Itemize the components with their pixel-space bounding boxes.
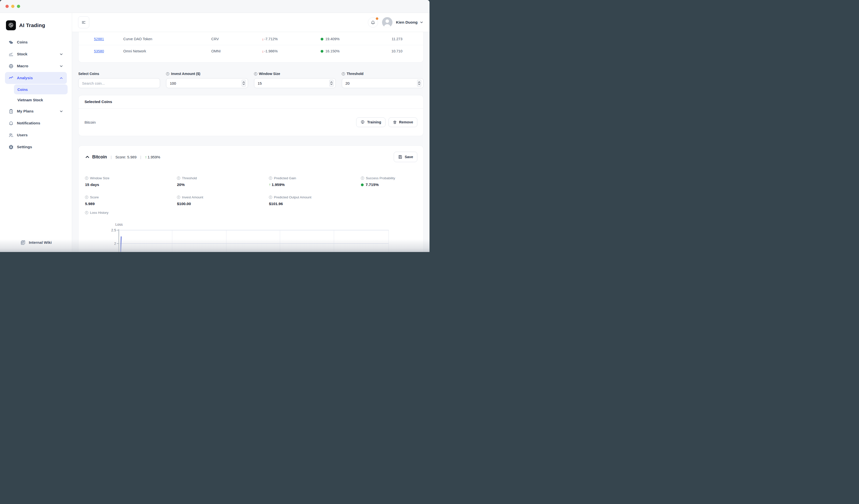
- sidebar-item-label: Macro: [17, 64, 28, 68]
- brain-icon: [360, 120, 365, 124]
- invest-amount-input[interactable]: [166, 78, 248, 88]
- y-tick-label: 2: [108, 241, 116, 246]
- coin-id-link[interactable]: 53580: [94, 49, 104, 53]
- sidebar-subitem-vietnam-stock[interactable]: Vietnam Stock: [14, 95, 67, 105]
- stat-success-probability: Success Probability 7.715%: [361, 176, 430, 187]
- coin-symbol-cell: CRV: [211, 37, 262, 41]
- sidebar-item-label: Coins: [17, 40, 28, 45]
- brand: AI Trading: [0, 20, 72, 31]
- coin-probability-cell: 16.150%: [321, 49, 390, 53]
- remove-button[interactable]: Remove: [389, 117, 417, 127]
- loss-series-line: [120, 236, 122, 252]
- info-icon: [166, 72, 169, 76]
- chevron-down-icon: [59, 109, 63, 113]
- training-button[interactable]: Training: [356, 117, 385, 127]
- sidebar-item-notifications[interactable]: Notifications: [5, 117, 67, 129]
- window-size-label: Window Size: [254, 72, 336, 76]
- sidebar-item-settings[interactable]: Settings: [5, 141, 67, 153]
- wiki-pages-icon: [20, 240, 26, 245]
- sidebar-footer-label: Internal Wiki: [29, 240, 52, 245]
- unread-badge: [376, 17, 378, 20]
- info-icon: [85, 211, 88, 214]
- window-size-input[interactable]: [254, 78, 336, 88]
- number-stepper[interactable]: [242, 80, 246, 86]
- table-row[interactable]: 53580 Omni Network OMNI -1.986% 16.150% …: [78, 45, 423, 57]
- chevron-down-icon: [420, 20, 423, 24]
- sidebar-subitem-label: Vietnam Stock: [17, 98, 43, 102]
- trend-down-icon: [262, 37, 264, 41]
- brain-logo-icon: [6, 20, 16, 30]
- window-close-button[interactable]: [5, 5, 9, 8]
- macos-titlebar: [0, 0, 430, 13]
- green-dot-icon: [321, 38, 323, 41]
- window-minimize-button[interactable]: [11, 5, 14, 8]
- coin-value-cell: 11.273: [390, 37, 403, 41]
- table-row[interactable]: 52881 Curve DAO Token CRV -7.712% 19.409…: [78, 33, 423, 45]
- separator: [110, 155, 111, 159]
- loss-chart: Loss 2.5 2: [85, 218, 417, 252]
- sidebar-nav: Coins Stock: [0, 36, 72, 153]
- sidebar-item-users[interactable]: Users: [5, 129, 67, 141]
- sidebar: AI Trading Coins: [0, 13, 72, 252]
- clipboard-icon: [9, 109, 14, 114]
- gear-icon: [9, 144, 14, 150]
- coin-panel-gain: 1.959%: [145, 155, 160, 159]
- bell-icon: [371, 20, 375, 25]
- info-icon: [177, 196, 180, 199]
- coin-id-link[interactable]: 52881: [94, 37, 104, 41]
- trend-up-icon: [145, 155, 147, 159]
- chevron-down-icon: [59, 52, 63, 56]
- menu-toggle-button[interactable]: [78, 16, 89, 28]
- chevron-up-icon: [59, 76, 63, 80]
- sidebar-item-coins[interactable]: Coins: [5, 36, 67, 48]
- save-disk-icon: [398, 155, 403, 159]
- window-zoom-button[interactable]: [17, 5, 20, 8]
- stat-predicted-output: Predicted Output Amount $101.96: [269, 195, 361, 206]
- info-icon: [85, 176, 88, 180]
- trend-line-icon: [9, 76, 14, 81]
- gridline-v: [334, 230, 334, 252]
- sidebar-subitem-analysis-coins[interactable]: Coins: [14, 84, 67, 94]
- threshold-input[interactable]: [342, 78, 423, 88]
- green-dot-icon: [321, 50, 323, 53]
- bell-icon: [9, 121, 14, 126]
- threshold-label: Threshold: [342, 72, 423, 76]
- number-stepper[interactable]: [417, 80, 421, 86]
- users-icon: [9, 132, 14, 138]
- trend-up-icon: [269, 183, 271, 187]
- number-stepper[interactable]: [329, 80, 334, 86]
- user-menu[interactable]: Kien Duong: [396, 20, 423, 25]
- save-button[interactable]: Save: [394, 152, 417, 162]
- avatar[interactable]: [382, 17, 392, 28]
- notifications-button[interactable]: [368, 17, 378, 28]
- sidebar-item-label: Analysis: [17, 76, 33, 80]
- search-coin-input[interactable]: [78, 78, 160, 88]
- stat-window-size: Window Size 15 days: [85, 176, 177, 187]
- topbar: Kien Duong: [72, 13, 430, 32]
- coin-panel-title: Bitcoin: [92, 154, 107, 160]
- selected-coins-card: Selected Coins Bitcoin Training: [78, 95, 423, 136]
- sidebar-item-my-plans[interactable]: My Plans: [5, 105, 67, 117]
- sidebar-item-stock[interactable]: Stock: [5, 48, 67, 60]
- sidebar-item-label: Stock: [17, 52, 27, 56]
- sidebar-item-internal-wiki[interactable]: Internal Wiki: [0, 237, 72, 248]
- green-dot-icon: [361, 184, 364, 186]
- coins-table-card: 52881 Curve DAO Token CRV -7.712% 19.409…: [78, 32, 423, 63]
- app-window: AI Trading Coins: [0, 0, 430, 252]
- content-area: 52881 Curve DAO Token CRV -7.712% 19.409…: [72, 32, 430, 252]
- coin-probability-cell: 19.409%: [321, 37, 390, 41]
- stats-grid: Window Size 15 days Threshold 20% Predic…: [85, 176, 417, 206]
- gridline-h: [119, 243, 389, 244]
- app-title: AI Trading: [19, 22, 45, 28]
- sidebar-item-label: My Plans: [17, 109, 33, 113]
- invest-amount-label: Invest Amount ($): [166, 72, 248, 76]
- trash-icon: [393, 120, 397, 124]
- separator: [140, 155, 141, 159]
- sidebar-item-analysis[interactable]: Analysis: [5, 72, 67, 84]
- coin-name-cell: Omni Network: [123, 49, 211, 53]
- select-coins-label: Select Coins: [78, 72, 160, 76]
- collapse-chevron-up-icon[interactable]: [85, 155, 90, 159]
- info-icon: [254, 72, 257, 76]
- sidebar-item-macro[interactable]: Macro: [5, 60, 67, 72]
- sidebar-item-label: Settings: [17, 145, 32, 149]
